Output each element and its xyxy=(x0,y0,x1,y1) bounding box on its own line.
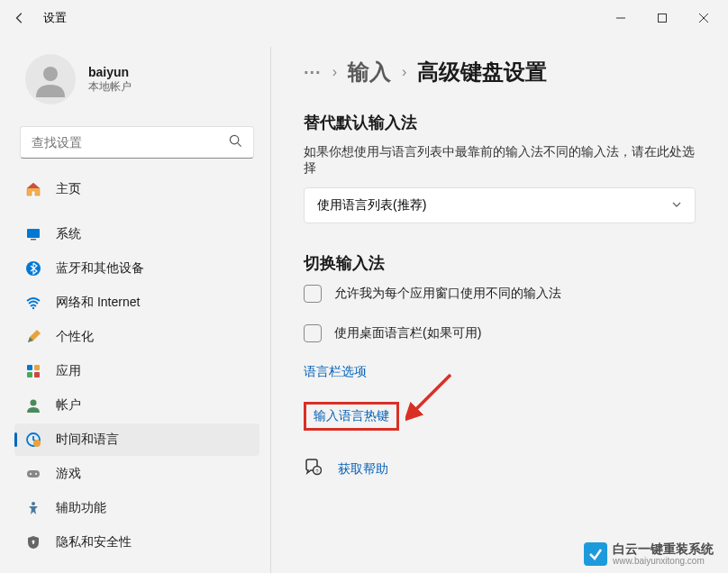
nav-label: 网络和 Internet xyxy=(56,295,140,311)
input-language-hotkey-link[interactable]: 输入语言热键 xyxy=(304,402,399,431)
accounts-icon xyxy=(25,397,41,414)
check-per-app[interactable]: 允许我为每个应用窗口使用不同的输入法 xyxy=(304,285,696,303)
nav-list: 主页 系统 蓝牙和其他设备 网络和 Internet 个性化 应用 xyxy=(14,173,259,559)
svg-point-8 xyxy=(32,307,34,309)
content-area: ··· › 输入 › 高级键盘设置 替代默认输入法 如果你想使用与语言列表中最靠… xyxy=(271,36,728,573)
svg-rect-10 xyxy=(34,365,40,370)
nav-label: 帐户 xyxy=(56,397,81,414)
search-box[interactable] xyxy=(20,126,254,159)
nav-time-language[interactable]: 时间和语言 xyxy=(14,423,259,456)
nav-apps[interactable]: 应用 xyxy=(14,355,259,387)
svg-rect-6 xyxy=(31,239,36,241)
svg-point-18 xyxy=(35,473,37,475)
privacy-icon xyxy=(25,534,41,550)
breadcrumb-prev[interactable]: 输入 xyxy=(348,58,391,86)
maximize-button[interactable] xyxy=(642,4,683,32)
nav-network[interactable]: 网络和 Internet xyxy=(14,286,259,319)
svg-point-19 xyxy=(32,502,35,505)
help-row[interactable]: ? 获取帮助 xyxy=(304,458,696,480)
svg-point-17 xyxy=(30,473,32,475)
nav-gaming[interactable]: 游戏 xyxy=(14,458,259,490)
nav-label: 辅助功能 xyxy=(56,500,106,516)
help-link-label: 获取帮助 xyxy=(338,461,388,478)
home-icon xyxy=(25,181,41,197)
search-icon xyxy=(229,134,242,151)
svg-point-3 xyxy=(230,135,238,143)
nav-label: 时间和语言 xyxy=(56,432,119,448)
nav-label: 系统 xyxy=(56,226,81,242)
svg-rect-1 xyxy=(659,14,667,23)
personalize-icon xyxy=(25,329,41,345)
switch-title: 切换输入法 xyxy=(304,252,696,274)
checkbox[interactable] xyxy=(304,324,322,342)
nav-accounts[interactable]: 帐户 xyxy=(14,389,259,422)
override-desc: 如果你想使用与语言列表中最靠前的输入法不同的输入法，请在此处选择 xyxy=(304,144,696,177)
close-button[interactable] xyxy=(683,4,724,32)
checkbox[interactable] xyxy=(304,285,322,303)
help-icon: ? xyxy=(304,458,322,480)
breadcrumb-current: 高级键盘设置 xyxy=(417,58,547,86)
svg-point-13 xyxy=(31,400,37,406)
time-lang-icon xyxy=(25,432,41,448)
apps-icon xyxy=(25,363,41,379)
breadcrumb-overflow[interactable]: ··· xyxy=(304,62,322,83)
bluetooth-icon xyxy=(25,260,41,277)
watermark-url: www.baiyunxitong.com xyxy=(613,556,714,566)
default-ime-select[interactable]: 使用语言列表(推荐) xyxy=(304,187,696,223)
user-sub: 本地帐户 xyxy=(88,79,132,95)
nav-label: 应用 xyxy=(56,363,81,379)
search-input[interactable] xyxy=(32,135,229,150)
avatar xyxy=(25,54,76,105)
nav-home[interactable]: 主页 xyxy=(14,173,259,205)
nav-label: 隐私和安全性 xyxy=(56,534,132,550)
breadcrumb: ··· › 输入 › 高级键盘设置 xyxy=(304,58,696,86)
nav-accessibility[interactable]: 辅助功能 xyxy=(14,492,259,524)
watermark-icon xyxy=(584,542,607,566)
app-title: 设置 xyxy=(43,10,67,26)
sidebar: baiyun 本地帐户 主页 系统 蓝牙和其他设备 网 xyxy=(0,36,270,573)
nav-bluetooth[interactable]: 蓝牙和其他设备 xyxy=(14,252,259,285)
svg-rect-5 xyxy=(27,229,40,238)
minimize-button[interactable] xyxy=(600,4,642,32)
check-label: 允许我为每个应用窗口使用不同的输入法 xyxy=(334,286,561,302)
nav-label: 个性化 xyxy=(56,329,94,345)
watermark: 白云一键重装系统 www.baiyunxitong.com xyxy=(584,542,714,566)
chevron-down-icon xyxy=(671,198,682,213)
override-title: 替代默认输入法 xyxy=(304,112,696,133)
select-value: 使用语言列表(推荐) xyxy=(317,197,426,214)
nav-label: 游戏 xyxy=(56,466,81,482)
svg-rect-21 xyxy=(32,541,33,544)
check-desktop-langbar[interactable]: 使用桌面语言栏(如果可用) xyxy=(304,324,696,342)
svg-rect-9 xyxy=(27,365,32,370)
nav-label: 蓝牙和其他设备 xyxy=(56,260,144,277)
svg-rect-11 xyxy=(27,372,32,377)
svg-point-2 xyxy=(43,67,58,81)
nav-system[interactable]: 系统 xyxy=(14,218,259,250)
svg-line-4 xyxy=(238,142,241,146)
accessibility-icon xyxy=(25,500,41,516)
chevron-right-icon: › xyxy=(402,64,406,80)
nav-privacy[interactable]: 隐私和安全性 xyxy=(14,526,259,559)
titlebar: 设置 xyxy=(0,0,728,36)
svg-rect-16 xyxy=(27,470,40,478)
system-icon xyxy=(25,226,41,242)
link-label: 输入语言热键 xyxy=(314,408,389,424)
back-button[interactable] xyxy=(4,2,36,34)
user-section[interactable]: baiyun 本地帐户 xyxy=(14,36,259,126)
nav-label: 主页 xyxy=(56,181,81,197)
svg-rect-12 xyxy=(34,372,40,377)
nav-personalize[interactable]: 个性化 xyxy=(14,321,259,353)
gaming-icon xyxy=(25,466,41,482)
check-label: 使用桌面语言栏(如果可用) xyxy=(334,325,481,341)
svg-point-15 xyxy=(33,440,41,447)
window-controls xyxy=(600,4,724,32)
language-bar-options-link[interactable]: 语言栏选项 xyxy=(304,364,696,380)
network-icon xyxy=(25,295,41,311)
chevron-right-icon: › xyxy=(332,64,337,80)
watermark-title: 白云一键重装系统 xyxy=(613,542,714,556)
user-name: baiyun xyxy=(88,65,132,79)
